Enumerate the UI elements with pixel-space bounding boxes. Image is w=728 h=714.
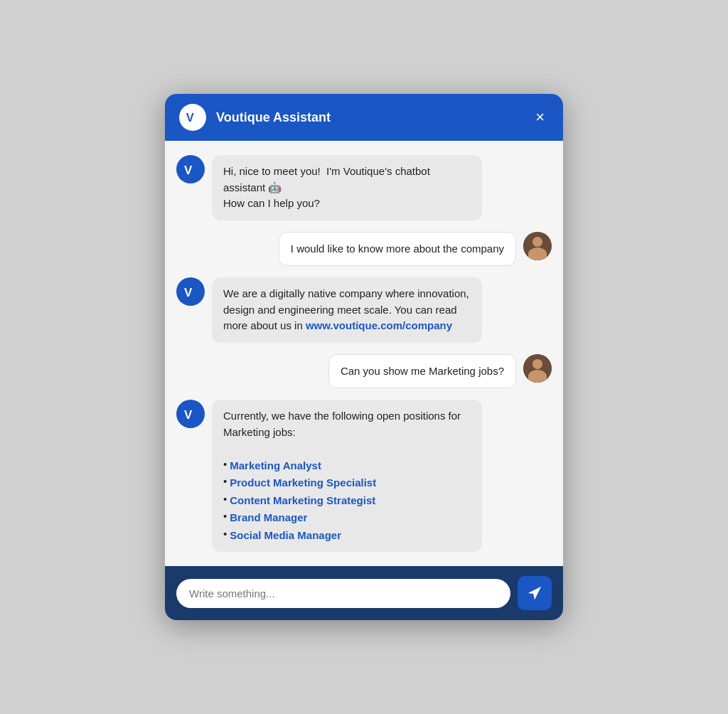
job-item-1: • Marketing Analyst bbox=[223, 457, 471, 474]
job-link-4[interactable]: Brand Manager bbox=[230, 510, 307, 526]
job-item-3: • Content Marketing Strategist bbox=[223, 491, 471, 509]
bullet-3: • bbox=[223, 491, 227, 509]
user-bubble-2: Can you show me Marketing jobs? bbox=[328, 354, 516, 389]
bot-avatar-3: V bbox=[176, 400, 205, 428]
job-item-2: • Product Marketing Specialist bbox=[223, 474, 471, 491]
message-row-user-2: Can you show me Marketing jobs? bbox=[176, 354, 552, 389]
chat-messages: V Hi, nice to meet you! I'm Voutique's c… bbox=[165, 141, 563, 566]
chat-footer bbox=[165, 566, 563, 620]
bullet-5: • bbox=[223, 526, 227, 544]
bullet-4: • bbox=[223, 508, 227, 526]
job-item-4: • Brand Manager bbox=[223, 508, 471, 526]
message-row-bot-1: V Hi, nice to meet you! I'm Voutique's c… bbox=[176, 155, 552, 220]
header-logo: V bbox=[179, 104, 206, 131]
user-avatar-2 bbox=[523, 354, 552, 383]
company-link[interactable]: www.voutique.com/company bbox=[306, 319, 452, 331]
svg-text:V: V bbox=[184, 408, 193, 422]
job-link-3[interactable]: Content Marketing Strategist bbox=[230, 493, 375, 509]
bot-bubble-3: Currently, we have the following open po… bbox=[212, 400, 482, 552]
chat-header: V Voutique Assistant × bbox=[165, 94, 563, 141]
bot-bubble-1: Hi, nice to meet you! I'm Voutique's cha… bbox=[212, 155, 482, 220]
chat-window: V Voutique Assistant × V Hi, nice to mee… bbox=[165, 94, 563, 620]
message-row-bot-3: V Currently, we have the following open … bbox=[176, 400, 552, 552]
job-link-1[interactable]: Marketing Analyst bbox=[230, 458, 321, 474]
job-link-5[interactable]: Social Media Manager bbox=[230, 528, 341, 544]
user-avatar-image-2 bbox=[523, 354, 552, 383]
svg-text:V: V bbox=[184, 164, 193, 177]
chat-input[interactable] bbox=[176, 579, 510, 608]
bullet-1: • bbox=[223, 457, 227, 474]
bot-bubble-2: We are a digitally native company where … bbox=[212, 277, 482, 343]
send-icon bbox=[527, 585, 542, 601]
message-row-bot-2: V We are a digitally native company wher… bbox=[176, 277, 552, 343]
header-title: Voutique Assistant bbox=[216, 110, 521, 125]
message-row-user-1: I would like to know more about the comp… bbox=[176, 232, 552, 267]
job-link-2[interactable]: Product Marketing Specialist bbox=[230, 475, 376, 491]
user-bubble-1: I would like to know more about the comp… bbox=[279, 232, 516, 267]
bot-avatar: V bbox=[176, 155, 205, 183]
user-avatar-1 bbox=[523, 232, 552, 260]
svg-text:V: V bbox=[186, 111, 194, 124]
bot-3-intro: Currently, we have the following open po… bbox=[223, 410, 461, 438]
bullet-2: • bbox=[223, 474, 227, 491]
bot-avatar-2: V bbox=[176, 277, 205, 306]
svg-text:V: V bbox=[184, 286, 193, 299]
job-item-5: • Social Media Manager bbox=[223, 526, 471, 544]
send-button[interactable] bbox=[518, 576, 552, 610]
close-button[interactable]: × bbox=[531, 108, 549, 127]
user-avatar-image bbox=[523, 232, 552, 260]
